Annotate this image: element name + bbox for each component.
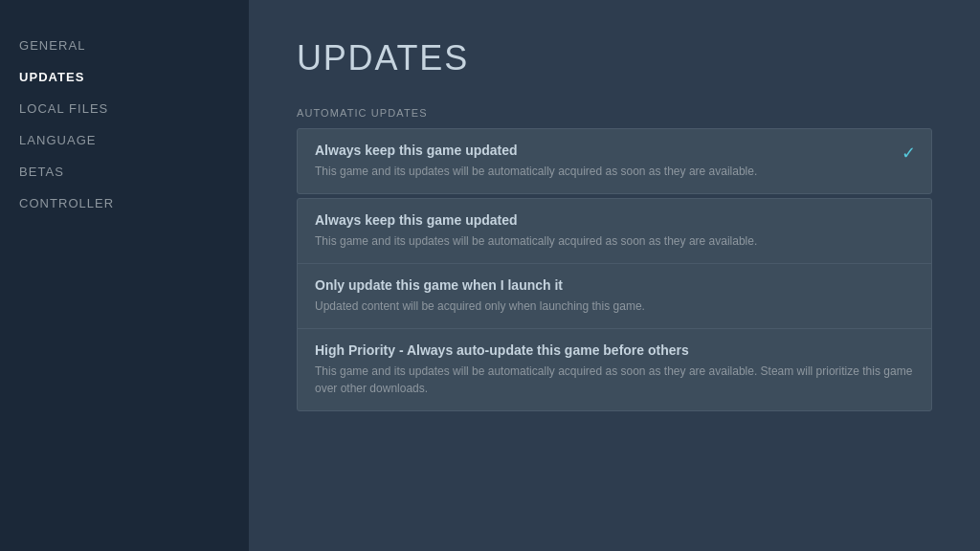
sidebar: GENERAL UPDATES LOCAL FILES LANGUAGE BET…: [0, 0, 249, 551]
option-priority-desc: This game and its updates will be automa…: [315, 363, 914, 397]
dropdown-option-launch[interactable]: Only update this game when I launch it U…: [298, 264, 931, 329]
option-launch-desc: Updated content will be acquired only wh…: [315, 298, 914, 315]
checkmark-icon: ✓: [902, 143, 916, 164]
section-label: AUTOMATIC UPDATES: [297, 107, 932, 119]
option-launch-title: Only update this game when I launch it: [315, 277, 914, 293]
update-mode-selected[interactable]: Always keep this game updated This game …: [297, 128, 932, 194]
selected-option-title: Always keep this game updated: [315, 143, 914, 158]
dropdown-option-always[interactable]: Always keep this game updated This game …: [298, 199, 931, 264]
sidebar-item-betas[interactable]: BETAS: [19, 165, 230, 179]
main-content: UPDATES AUTOMATIC UPDATES Always keep th…: [249, 0, 980, 551]
sidebar-item-updates[interactable]: UPDATES: [19, 70, 230, 84]
option-priority-title: High Priority - Always auto-update this …: [315, 342, 914, 358]
option-always-desc: This game and its updates will be automa…: [315, 232, 914, 250]
dropdown-option-high-priority[interactable]: High Priority - Always auto-update this …: [298, 329, 931, 410]
sidebar-item-general[interactable]: GENERAL: [19, 38, 230, 53]
update-mode-dropdown[interactable]: Always keep this game updated This game …: [297, 198, 932, 411]
sidebar-item-controller[interactable]: CONTROLLER: [19, 196, 230, 210]
selected-option-desc: This game and its updates will be automa…: [315, 163, 914, 180]
sidebar-item-language[interactable]: LANGUAGE: [19, 133, 230, 147]
option-always-title: Always keep this game updated: [315, 212, 914, 228]
page-title: UPDATES: [297, 38, 932, 78]
sidebar-item-local-files[interactable]: LOCAL FILES: [19, 101, 230, 116]
